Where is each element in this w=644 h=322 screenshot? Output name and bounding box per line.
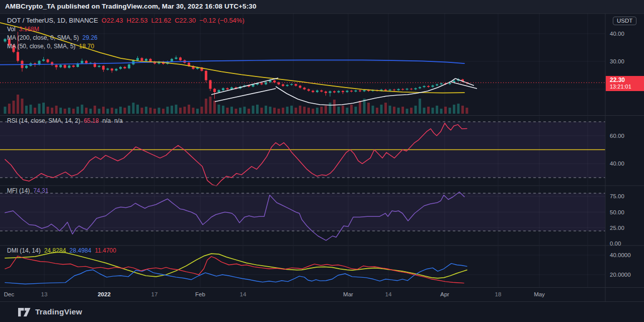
volume-bar [213,101,216,114]
time-label[interactable]: 18 [495,291,502,297]
dmi-legend[interactable]: DMI (14, 14)24.828428.498411.4700 [7,247,120,254]
price-label: 50.00 [610,209,624,215]
time-label[interactable]: 14 [240,291,247,297]
volume-bar [55,106,58,114]
price-scale[interactable]: USDT 22.30 13:21:01 40.0030.0060.0040.00… [606,14,644,302]
volume-bar [457,104,460,114]
ma200-legend[interactable]: MA (200, close, 0, SMA, 5)29.26 [7,34,101,41]
volume-bar [21,99,24,114]
volume-bar [312,109,314,114]
volume-bar [90,109,92,114]
volume-bar [393,107,395,114]
tradingview-link[interactable]: TradingView [18,307,82,316]
candle-body [303,88,306,89]
volume-bar [248,109,250,114]
volume-bar [419,99,421,114]
time-label[interactable]: Feb [195,291,205,297]
mfi-legend[interactable]: MFI (14)74.31 [7,187,52,194]
candle-body [218,90,220,92]
volume-bar [239,108,242,114]
candle-body [389,90,391,91]
time-label[interactable]: Mar [343,291,353,297]
time-label[interactable]: Dec [4,291,14,297]
volume-bar [252,106,255,114]
legend-part: 24.8284 [44,247,66,254]
candle-body [286,85,289,86]
candle-body [423,86,426,87]
candle-body [98,66,101,67]
candle-body [290,84,293,85]
volume-bar [128,106,130,114]
symbol-legend[interactable]: DOT / TetherUS, 1D, BINANCEO22.43H22.53L… [7,17,248,24]
volume-bar [171,106,173,114]
volume-bar [444,107,447,114]
volume-bar [81,105,84,114]
volume-bar [68,108,70,114]
candle-body [384,90,387,91]
price-label: 40.00 [610,160,624,167]
currency-toggle[interactable]: USDT [613,17,636,25]
volume-bar [303,107,306,114]
candle-body [406,89,409,90]
price-label: 40.00 [610,31,624,37]
time-label[interactable]: 2022 [98,291,111,297]
candle-body [209,80,212,89]
legend-part: MFI (14) [7,187,30,194]
candle-body [299,86,301,88]
volume-bar [384,103,387,114]
volume-bar [449,108,451,114]
volume-bar [226,108,229,114]
legend-part: Vol [7,26,16,33]
volume-legend[interactable]: Vol3.168M [7,26,43,33]
time-label[interactable]: 14 [385,291,392,297]
candle-body [25,66,28,68]
candle-body [320,91,323,92]
volume-bar [436,106,438,114]
volume-bar [329,103,332,114]
volume-bar [158,108,160,114]
volume-bar [346,108,349,114]
volume-bar [261,108,263,114]
time-label[interactable]: Apr [440,291,449,297]
volume-bar [307,108,310,114]
candle-body [141,58,143,61]
volume-bar [111,108,113,114]
legend-part: H22.53 [127,17,148,24]
rsi-legend[interactable]: RSI (14, close, SMA, 14, 2)65.18n/an/a [7,117,126,124]
volume-bar [205,99,207,114]
candle-body [55,65,58,67]
volume-bar [461,106,464,114]
candle-body [427,86,430,87]
legend-part: C22.30 [175,17,196,24]
time-label[interactable]: May [534,291,545,297]
candle-body [338,91,340,93]
time-scale[interactable]: Dec13202217Feb14Mar14Apr18May [0,288,644,302]
candle-body [111,68,113,70]
time-label[interactable]: 17 [151,291,158,297]
volume-bar [273,108,276,114]
legend-part: 28.4984 [69,247,91,254]
volume-bar [230,107,233,114]
volume-bar [278,109,280,114]
candle-body [436,85,438,86]
volume-bar [196,109,199,114]
ma50-legend[interactable]: MA (50, close, 0, SMA, 5)18.70 [7,43,98,50]
candle-body [107,68,109,69]
volume-bar [256,105,259,114]
time-label[interactable]: 13 [41,291,48,297]
candle-body [222,88,224,90]
candle-body [136,58,139,60]
candle-body [59,65,62,67]
volume-bar [184,107,186,114]
volume-bar [376,108,378,114]
volume-bar [397,108,400,114]
candle-body [269,80,272,82]
candle-body [179,57,182,60]
volume-bar [102,107,105,114]
volume-bar [222,106,224,114]
volume-bar [25,106,28,114]
candle-body [333,91,336,92]
currency-label: USDT [617,18,632,24]
legend-part: 18.70 [79,43,94,50]
volume-bar [76,107,79,114]
